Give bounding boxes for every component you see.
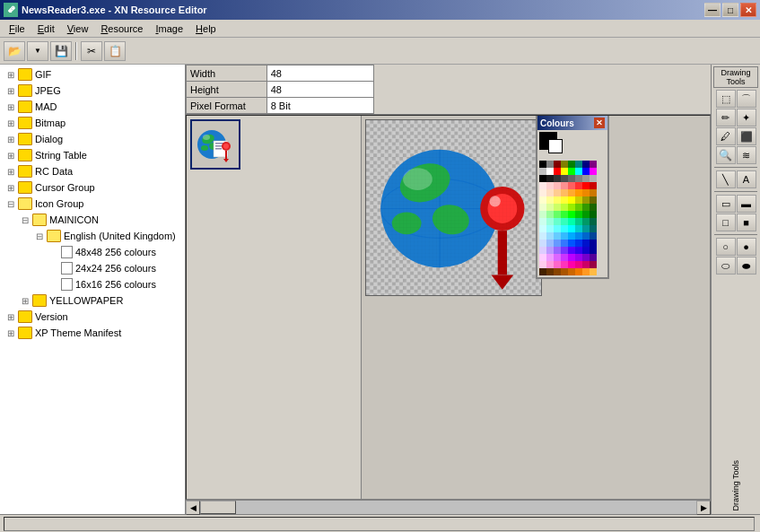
colour-cell-5-3[interactable] xyxy=(561,196,568,204)
expand-jpeg[interactable] xyxy=(4,83,18,98)
colour-cell-5-6[interactable] xyxy=(582,196,590,204)
menu-image[interactable]: Image xyxy=(150,22,188,36)
colour-cell-7-5[interactable] xyxy=(575,211,582,218)
colour-cell-13-6[interactable] xyxy=(582,254,590,261)
colour-cell-9-7[interactable] xyxy=(590,225,597,232)
colour-cell-3-4[interactable] xyxy=(568,182,575,189)
tool-select-lasso[interactable]: ⌒ xyxy=(737,90,756,108)
icon-thumb-globe[interactable] xyxy=(190,119,240,170)
colour-cell-15-1[interactable] xyxy=(546,268,554,275)
colour-cell-14-1[interactable] xyxy=(546,261,554,268)
colour-cell-4-1[interactable] xyxy=(546,189,554,196)
colour-cell-6-5[interactable] xyxy=(575,204,582,211)
expand-yellowpaper[interactable] xyxy=(18,293,32,308)
scroll-right-btn[interactable]: ▶ xyxy=(696,501,711,515)
pixel-grid[interactable] xyxy=(365,119,542,296)
colour-cell-15-2[interactable] xyxy=(554,268,561,275)
colour-cell-15-6[interactable] xyxy=(582,268,590,275)
expand-gif[interactable] xyxy=(4,67,18,82)
toolbar-save[interactable]: 💾 xyxy=(50,41,72,61)
scroll-thumb[interactable] xyxy=(200,501,236,514)
colour-cell-3-2[interactable] xyxy=(554,182,561,189)
menu-help[interactable]: Help xyxy=(190,22,222,36)
colour-cell-11-5[interactable] xyxy=(575,240,582,247)
colour-cell-12-1[interactable] xyxy=(546,247,554,254)
colour-cell-2-1[interactable] xyxy=(546,175,554,182)
tool-rect-solid[interactable]: ■ xyxy=(737,214,756,231)
colour-cell-14-7[interactable] xyxy=(590,261,597,268)
colour-cell-3-7[interactable] xyxy=(590,182,597,189)
colour-cell-10-6[interactable] xyxy=(582,232,590,240)
colour-cell-1-6[interactable] xyxy=(582,168,590,175)
tool-ellipse-solid[interactable]: ⬬ xyxy=(737,257,756,275)
colour-cell-3-3[interactable] xyxy=(561,182,568,189)
colour-cell-13-5[interactable] xyxy=(575,254,582,261)
tree-item-version[interactable]: Version xyxy=(0,309,185,325)
colour-cell-6-4[interactable] xyxy=(568,204,575,211)
colour-cell-3-6[interactable] xyxy=(582,182,590,189)
tool-smudge[interactable]: ≋ xyxy=(737,146,756,164)
tool-airbrush[interactable]: ✦ xyxy=(737,109,756,126)
colour-cell-5-0[interactable] xyxy=(539,196,546,204)
toolbar-cut[interactable]: ✂ xyxy=(81,41,102,61)
tool-text[interactable]: A xyxy=(737,170,756,188)
tree-item-yellowpaper[interactable]: YELLOWPAPER xyxy=(0,292,185,309)
colour-cell-13-7[interactable] xyxy=(590,254,597,261)
expand-rc-data[interactable] xyxy=(4,164,18,179)
colour-cell-2-4[interactable] xyxy=(568,175,575,182)
menu-resource[interactable]: Resource xyxy=(95,22,148,36)
tree-item-rc-data[interactable]: RC Data xyxy=(0,163,185,179)
colours-close-button[interactable]: ✕ xyxy=(594,118,605,128)
colour-cell-12-6[interactable] xyxy=(582,247,590,254)
colour-cell-5-5[interactable] xyxy=(575,196,582,204)
colour-cell-7-2[interactable] xyxy=(554,211,561,218)
colour-cell-9-3[interactable] xyxy=(561,225,568,232)
toolbar-dropdown[interactable]: ▼ xyxy=(27,41,48,61)
colour-cell-0-4[interactable] xyxy=(568,161,575,168)
colour-cell-1-3[interactable] xyxy=(561,168,568,175)
colour-cell-1-5[interactable] xyxy=(575,168,582,175)
colour-cell-11-4[interactable] xyxy=(568,240,575,247)
tree-item-english-uk[interactable]: English (United Kingdom) xyxy=(0,228,185,244)
scroll-left-btn[interactable]: ◀ xyxy=(186,501,200,515)
colour-cell-5-1[interactable] xyxy=(546,196,554,204)
colour-cell-7-1[interactable] xyxy=(546,211,554,218)
colour-cell-0-1[interactable] xyxy=(546,161,554,168)
colour-cell-1-4[interactable] xyxy=(568,168,575,175)
colour-cell-12-5[interactable] xyxy=(575,247,582,254)
expand-icon-group[interactable] xyxy=(4,196,18,211)
colour-cell-13-4[interactable] xyxy=(568,254,575,261)
colour-cell-0-3[interactable] xyxy=(561,161,568,168)
colour-cell-6-2[interactable] xyxy=(554,204,561,211)
colour-cell-7-3[interactable] xyxy=(561,211,568,218)
minimize-button[interactable]: — xyxy=(704,3,721,17)
colour-cell-10-2[interactable] xyxy=(554,232,561,240)
colour-cell-7-6[interactable] xyxy=(582,211,590,218)
colour-cell-1-0[interactable] xyxy=(539,168,546,175)
colour-cell-14-2[interactable] xyxy=(554,261,561,268)
maximize-button[interactable]: □ xyxy=(722,3,738,17)
colour-cell-4-2[interactable] xyxy=(554,189,561,196)
colour-cell-10-1[interactable] xyxy=(546,232,554,240)
tool-rect-outline[interactable]: □ xyxy=(716,214,736,231)
colour-cell-0-0[interactable] xyxy=(539,161,546,168)
colour-cell-15-5[interactable] xyxy=(575,268,582,275)
tool-ellipse-empty[interactable]: ○ xyxy=(716,238,736,256)
colour-cell-12-0[interactable] xyxy=(539,247,546,254)
colour-cell-14-4[interactable] xyxy=(568,261,575,268)
expand-xp-theme[interactable] xyxy=(4,326,18,340)
scroll-track[interactable] xyxy=(200,501,696,514)
colour-cell-7-7[interactable] xyxy=(590,211,597,218)
expand-string-table[interactable] xyxy=(4,148,18,162)
colour-cell-11-1[interactable] xyxy=(546,240,554,247)
colour-cell-2-5[interactable] xyxy=(575,175,582,182)
tool-dropper[interactable]: 🖊 xyxy=(716,127,736,145)
expand-mad[interactable] xyxy=(4,100,18,114)
colour-cell-11-6[interactable] xyxy=(582,240,590,247)
colour-cell-15-4[interactable] xyxy=(568,268,575,275)
colour-cell-4-7[interactable] xyxy=(590,189,597,196)
expand-bitmap[interactable] xyxy=(4,116,18,130)
colour-cell-12-3[interactable] xyxy=(561,247,568,254)
colour-cell-6-1[interactable] xyxy=(546,204,554,211)
colour-cell-8-7[interactable] xyxy=(590,218,597,225)
